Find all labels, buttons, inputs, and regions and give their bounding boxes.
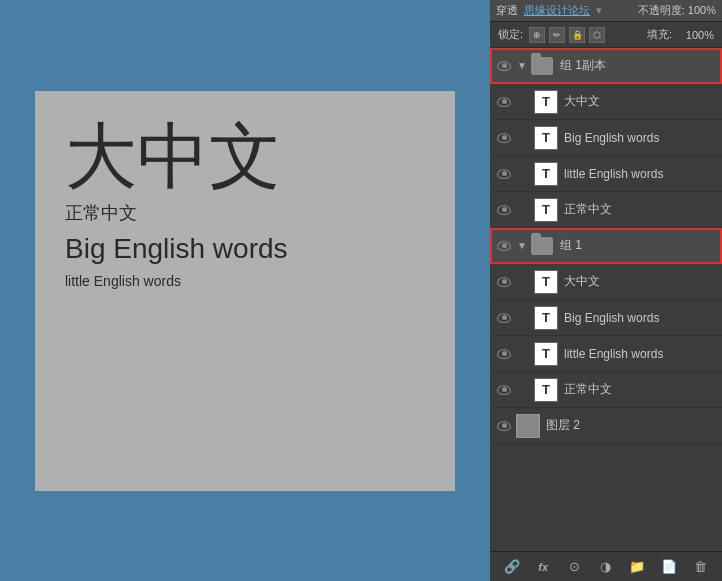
text-layer-thumbnail: T: [534, 342, 558, 366]
fill-label: 填充:: [647, 27, 672, 42]
layer-name-label: 组 1副本: [560, 57, 716, 74]
layer-name-label: little English words: [564, 167, 716, 181]
layer-name-label: Big English words: [564, 131, 716, 145]
text-layer-thumbnail: T: [534, 270, 558, 294]
layer-name-label: 大中文: [564, 273, 716, 290]
text-layer-thumbnail: T: [534, 378, 558, 402]
layer-item[interactable]: Tlittle English words: [490, 156, 722, 192]
layer-item[interactable]: T大中文: [490, 84, 722, 120]
canvas-normal-chinese: 正常中文: [65, 201, 425, 225]
layer-name-label: Big English words: [564, 311, 716, 325]
canvas-area: 大中文 正常中文 Big English words little Englis…: [0, 0, 490, 581]
group-expand-arrow[interactable]: ▼: [516, 60, 528, 72]
layers-panel: 穿透 思缘设计论坛 ▾ 不透明度: 100% 锁定: ⊕ ✏ 🔒 ⬡ 填充: 1…: [490, 0, 722, 581]
lock-pixel-icon[interactable]: ⬡: [589, 27, 605, 43]
layer-item[interactable]: T正常中文: [490, 192, 722, 228]
layer-name-label: 组 1: [560, 237, 716, 254]
layer-name-label: 图层 2: [546, 417, 716, 434]
lock-label: 锁定:: [498, 27, 523, 42]
layer-item[interactable]: Tlittle English words: [490, 336, 722, 372]
new-layer-icon[interactable]: 📄: [659, 557, 679, 577]
new-group-icon[interactable]: 📁: [627, 557, 647, 577]
canvas-little-english: little English words: [65, 273, 425, 289]
canvas-document: 大中文 正常中文 Big English words little Englis…: [35, 91, 455, 491]
layer-visibility-icon[interactable]: [496, 238, 512, 254]
layer-item[interactable]: ▼组 1副本: [490, 48, 722, 84]
layer-visibility-icon[interactable]: [496, 94, 512, 110]
raster-layer-thumbnail: [516, 414, 540, 438]
text-layer-thumbnail: T: [534, 162, 558, 186]
layer-visibility-icon[interactable]: [496, 274, 512, 290]
text-layer-thumbnail: T: [534, 306, 558, 330]
group-layer-thumbnail: [530, 234, 554, 258]
layer-item[interactable]: ▼组 1: [490, 228, 722, 264]
delete-layer-icon[interactable]: 🗑: [690, 557, 710, 577]
layers-list: ▼组 1副本T大中文TBig English wordsTlittle Engl…: [490, 48, 722, 551]
add-mask-icon[interactable]: ⊙: [565, 557, 585, 577]
lock-paint-icon[interactable]: ✏: [549, 27, 565, 43]
layer-visibility-icon[interactable]: [496, 310, 512, 326]
text-layer-thumbnail: T: [534, 90, 558, 114]
panel-top-bar: 穿透 思缘设计论坛 ▾ 不透明度: 100%: [490, 0, 722, 22]
layer-item[interactable]: TBig English words: [490, 300, 722, 336]
adjustment-icon[interactable]: ◑: [596, 557, 616, 577]
forum-link[interactable]: 思缘设计论坛: [524, 3, 590, 18]
group-expand-arrow[interactable]: ▼: [516, 240, 528, 252]
fx-icon[interactable]: fx: [533, 557, 553, 577]
layer-name-label: little English words: [564, 347, 716, 361]
layer-visibility-icon[interactable]: [496, 166, 512, 182]
panel-bottom: 🔗 fx ⊙ ◑ 📁 📄 🗑: [490, 551, 722, 581]
layer-name-label: 大中文: [564, 93, 716, 110]
group-layer-thumbnail: [530, 54, 554, 78]
layer-item[interactable]: 图层 2: [490, 408, 722, 444]
lock-icons: ⊕ ✏ 🔒 ⬡: [529, 27, 605, 43]
canvas-big-english: Big English words: [65, 233, 425, 265]
dropdown-arrow[interactable]: ▾: [596, 4, 602, 17]
canvas-big-chinese: 大中文: [65, 121, 425, 193]
lock-row: 锁定: ⊕ ✏ 🔒 ⬡ 填充: 100%: [490, 22, 722, 48]
lock-all-icon[interactable]: 🔒: [569, 27, 585, 43]
fill-value: 100%: [678, 29, 714, 41]
layer-visibility-icon[interactable]: [496, 418, 512, 434]
layer-visibility-icon[interactable]: [496, 382, 512, 398]
blending-mode-label: 穿透: [496, 3, 518, 18]
layer-visibility-icon[interactable]: [496, 346, 512, 362]
layer-visibility-icon[interactable]: [496, 130, 512, 146]
link-layers-icon[interactable]: 🔗: [502, 557, 522, 577]
text-layer-thumbnail: T: [534, 126, 558, 150]
layer-name-label: 正常中文: [564, 201, 716, 218]
layer-item[interactable]: TBig English words: [490, 120, 722, 156]
layer-visibility-icon[interactable]: [496, 202, 512, 218]
opacity-label: 不透明度: 100%: [638, 3, 716, 18]
layer-name-label: 正常中文: [564, 381, 716, 398]
text-layer-thumbnail: T: [534, 198, 558, 222]
layer-item[interactable]: T正常中文: [490, 372, 722, 408]
lock-position-icon[interactable]: ⊕: [529, 27, 545, 43]
layer-item[interactable]: T大中文: [490, 264, 722, 300]
layer-visibility-icon[interactable]: [496, 58, 512, 74]
